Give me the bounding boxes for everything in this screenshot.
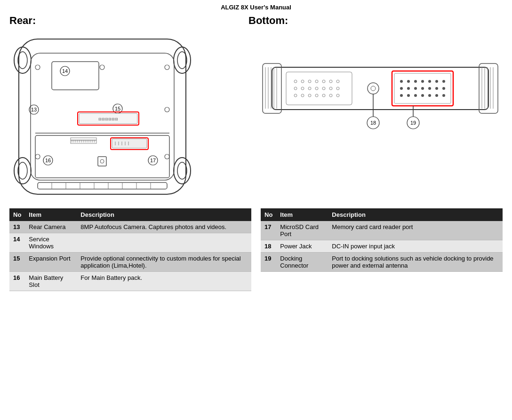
row-no-14: 14 <box>9 233 25 253</box>
svg-text:16: 16 <box>45 158 51 163</box>
bottom-diagram: 18 19 <box>248 30 503 204</box>
row-desc-18: DC-IN power input jack <box>328 240 503 253</box>
right-header-desc: Description <box>328 208 503 221</box>
right-table-header-row: No Item Description <box>261 208 503 221</box>
svg-point-106 <box>414 80 417 83</box>
row-item-18: Power Jack <box>276 240 328 253</box>
table-row: 13 Rear Camera 8MP Autofocus Camera. Cap… <box>9 221 251 233</box>
svg-point-94 <box>301 94 304 97</box>
table-row: 15 Expansion Port Provide optional conne… <box>9 253 251 272</box>
svg-point-97 <box>322 94 325 97</box>
svg-text:18: 18 <box>370 120 376 126</box>
left-header-item: Item <box>25 208 77 221</box>
svg-point-15 <box>35 154 40 159</box>
row-desc-19: Port to docking solutions such as vehicl… <box>328 253 503 272</box>
svg-point-104 <box>400 80 403 83</box>
svg-rect-56 <box>38 182 167 189</box>
svg-point-90 <box>322 87 325 90</box>
table-row: 16 Main Battery Slot For Main Battery pa… <box>9 272 251 291</box>
rear-section: Rear: <box>9 15 244 204</box>
svg-point-113 <box>414 87 417 90</box>
svg-point-85 <box>336 80 339 83</box>
right-header-no: No <box>261 208 276 221</box>
svg-point-83 <box>322 80 325 83</box>
row-item-19: Docking Connector <box>276 253 328 272</box>
svg-point-99 <box>336 94 339 97</box>
row-no-13: 13 <box>9 221 25 233</box>
page-title: ALGIZ 8X User's Manual <box>0 0 512 13</box>
svg-point-118 <box>400 94 403 97</box>
row-desc-13: 8MP Autofocus Camera. Captures photos an… <box>77 221 251 233</box>
svg-text:14: 14 <box>62 68 68 74</box>
svg-rect-29 <box>112 139 147 148</box>
svg-point-121 <box>421 94 424 97</box>
row-item-15: Expansion Port <box>25 253 77 272</box>
svg-point-87 <box>301 87 304 90</box>
svg-point-91 <box>329 87 332 90</box>
svg-point-112 <box>407 87 410 90</box>
svg-point-79 <box>294 80 297 83</box>
left-table-header-row: No Item Description <box>9 208 251 221</box>
row-desc-15: Provide optional connectivity to custom … <box>77 253 251 272</box>
tables-section: No Item Description 13 Rear Camera 8MP A… <box>0 204 512 291</box>
table-row: 19 Docking Connector Port to docking sol… <box>261 253 503 272</box>
svg-point-13 <box>35 65 40 70</box>
svg-text:15: 15 <box>115 106 120 111</box>
svg-point-17 <box>100 65 104 70</box>
svg-point-92 <box>336 87 339 90</box>
svg-point-124 <box>442 94 445 97</box>
svg-point-105 <box>407 80 410 83</box>
svg-point-109 <box>435 80 438 83</box>
table-row: 14 Service Windows <box>9 233 251 253</box>
bottom-section: Bottom: <box>244 15 503 204</box>
svg-point-95 <box>308 94 311 97</box>
svg-point-100 <box>368 83 379 94</box>
left-table-container: No Item Description 13 Rear Camera 8MP A… <box>9 208 251 291</box>
svg-point-115 <box>428 87 431 90</box>
svg-point-111 <box>400 87 403 90</box>
row-item-14: Service Windows <box>25 233 77 253</box>
svg-point-120 <box>414 94 417 97</box>
right-table-container: No Item Description 17 MicroSD Card Port… <box>261 208 503 291</box>
svg-text:17: 17 <box>150 158 156 163</box>
svg-point-101 <box>371 86 376 91</box>
svg-point-14 <box>165 65 169 70</box>
svg-text:⊟⊟⊟⊟⊟⊟: ⊟⊟⊟⊟⊟⊟ <box>98 117 118 121</box>
svg-point-107 <box>421 80 424 83</box>
svg-point-3 <box>174 47 191 73</box>
svg-point-88 <box>308 87 311 90</box>
svg-point-93 <box>294 94 297 97</box>
svg-point-122 <box>428 94 431 97</box>
left-table: No Item Description 13 Rear Camera 8MP A… <box>9 208 251 291</box>
row-desc-17: Memory card card reader port <box>328 221 503 240</box>
svg-point-123 <box>435 94 438 97</box>
right-table: No Item Description 17 MicroSD Card Port… <box>261 208 503 272</box>
left-header-no: No <box>9 208 25 221</box>
row-no-16: 16 <box>9 272 25 291</box>
svg-point-81 <box>308 80 311 83</box>
svg-point-86 <box>294 87 297 90</box>
table-row: 17 MicroSD Card Port Memory card card re… <box>261 221 503 240</box>
row-no-18: 18 <box>261 240 276 253</box>
left-header-desc: Description <box>77 208 251 221</box>
svg-point-96 <box>315 94 318 97</box>
svg-point-89 <box>315 87 318 90</box>
rear-label: Rear: <box>9 15 244 27</box>
svg-point-98 <box>329 94 332 97</box>
rear-diagram-svg: 14 13 15 ⊟⊟⊟⊟⊟⊟ <box>9 30 198 204</box>
right-header-item: Item <box>276 208 328 221</box>
svg-point-82 <box>315 80 318 83</box>
svg-point-16 <box>165 154 169 159</box>
rear-diagram: 14 13 15 ⊟⊟⊟⊟⊟⊟ <box>9 30 198 204</box>
svg-point-51 <box>100 159 104 163</box>
row-desc-14 <box>77 233 251 253</box>
svg-rect-50 <box>98 157 106 166</box>
svg-text:19: 19 <box>410 120 416 126</box>
row-item-17: MicroSD Card Port <box>276 221 328 240</box>
svg-point-18 <box>165 107 169 112</box>
svg-point-119 <box>407 94 410 97</box>
row-no-17: 17 <box>261 221 276 240</box>
row-item-16: Main Battery Slot <box>25 272 77 291</box>
bottom-diagram-svg: 18 19 <box>258 30 503 152</box>
row-desc-16: For Main Battery pack. <box>77 272 251 291</box>
